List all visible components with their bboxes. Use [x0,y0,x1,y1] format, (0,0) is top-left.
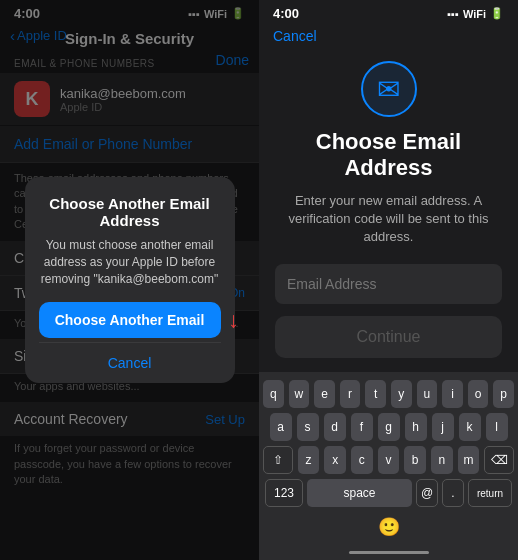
key-e[interactable]: e [314,380,335,408]
envelope-icon: ✉ [377,73,400,106]
modal-overlay: Choose Another Email Address You must ch… [0,0,259,560]
right-nav: Cancel [259,23,518,51]
email-input[interactable] [275,264,502,304]
space-key[interactable]: space [307,479,412,507]
key-o[interactable]: o [468,380,489,408]
right-status-icons: ▪▪▪ WiFi 🔋 [447,7,504,20]
key-y[interactable]: y [391,380,412,408]
key-n[interactable]: n [431,446,453,474]
right-signal-icon: ▪▪▪ [447,8,459,20]
home-bar [349,551,429,554]
right-battery-icon: 🔋 [490,7,504,20]
key-j[interactable]: j [432,413,454,441]
key-r[interactable]: r [340,380,361,408]
key-z[interactable]: z [298,446,320,474]
choose-another-email-button[interactable]: Choose Another Email [39,302,221,338]
key-b[interactable]: b [404,446,426,474]
choose-description: Enter your new email address. A verifica… [275,192,502,247]
numbers-key[interactable]: 123 [265,479,303,507]
shift-key[interactable]: ⇧ [263,446,293,474]
key-q[interactable]: q [263,380,284,408]
return-key[interactable]: return [468,479,512,507]
left-panel: 4:00 ▪▪▪ WiFi 🔋 ‹ Apple ID Sign-In & Sec… [0,0,259,560]
home-indicator [263,547,514,556]
key-p[interactable]: p [493,380,514,408]
key-a[interactable]: a [270,413,292,441]
arrow-indicator-icon: ↑ [228,310,239,336]
key-x[interactable]: x [324,446,346,474]
right-time: 4:00 [273,6,299,21]
keyboard-emoji-row: 🙂 [263,512,514,542]
key-d[interactable]: d [324,413,346,441]
emoji-key[interactable]: 🙂 [372,512,406,542]
modal-title: Choose Another Email Address [39,195,221,229]
dot-key[interactable]: . [442,479,464,507]
keyboard[interactable]: q w e r t y u i o p a s d f g h j k l ⇧ … [259,372,518,560]
key-i[interactable]: i [442,380,463,408]
modal-cancel-button[interactable]: Cancel [39,342,221,383]
modal-body: You must choose another email address as… [39,237,221,287]
key-w[interactable]: w [289,380,310,408]
keyboard-row-bottom: 123 space @ . return [263,479,514,507]
key-u[interactable]: u [417,380,438,408]
continue-button[interactable]: Continue [275,316,502,358]
modal: Choose Another Email Address You must ch… [25,177,235,382]
keyboard-row-3: ⇧ z x c v b n m ⌫ [263,446,514,474]
key-k[interactable]: k [459,413,481,441]
key-v[interactable]: v [378,446,400,474]
key-t[interactable]: t [365,380,386,408]
key-l[interactable]: l [486,413,508,441]
right-panel: 4:00 ▪▪▪ WiFi 🔋 Cancel ✉ Choose Email Ad… [259,0,518,560]
choose-title: Choose Email Address [316,129,461,182]
key-g[interactable]: g [378,413,400,441]
at-key[interactable]: @ [416,479,438,507]
key-f[interactable]: f [351,413,373,441]
keyboard-row-1: q w e r t y u i o p [263,380,514,408]
right-status-bar: 4:00 ▪▪▪ WiFi 🔋 [259,0,518,23]
right-wifi-icon: WiFi [463,8,486,20]
delete-key[interactable]: ⌫ [484,446,514,474]
key-h[interactable]: h [405,413,427,441]
keyboard-row-2: a s d f g h j k l [263,413,514,441]
email-icon: ✉ [361,61,417,117]
right-content: ✉ Choose Email Address Enter your new em… [259,51,518,372]
key-m[interactable]: m [458,446,480,474]
cancel-button[interactable]: Cancel [273,28,317,44]
key-s[interactable]: s [297,413,319,441]
key-c[interactable]: c [351,446,373,474]
